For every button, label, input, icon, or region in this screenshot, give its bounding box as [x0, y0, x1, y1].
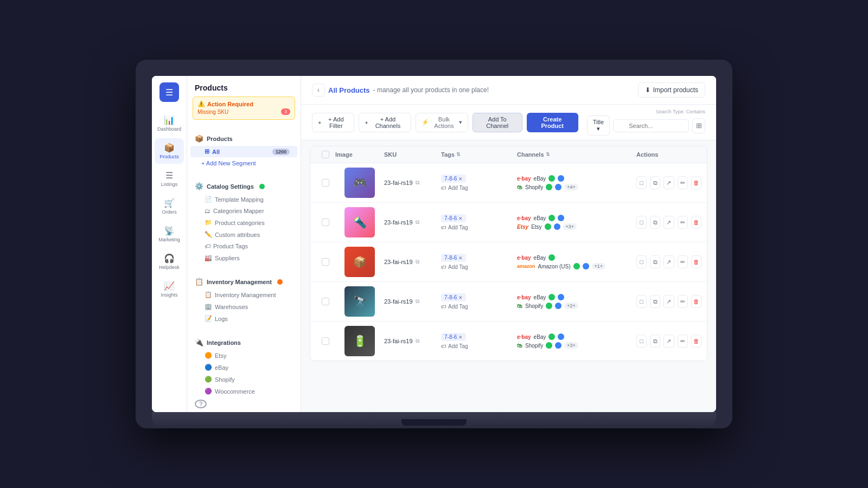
nav-item-all[interactable]: ⊞ All 1200 [190, 146, 297, 157]
add-tag-button[interactable]: 🏷 Add Tag [441, 224, 517, 230]
row-checkbox[interactable] [322, 258, 329, 266]
add-tag-button[interactable]: 🏷 Add Tag [441, 304, 517, 310]
tag-remove-icon[interactable]: ✕ [458, 335, 463, 340]
app-logo[interactable]: ☰ [159, 82, 179, 102]
nav-section-products-title[interactable]: 📦 Products [187, 132, 301, 145]
nav-item-logs[interactable]: 📝 Logs [190, 313, 297, 324]
channel-more-badge[interactable]: +1+ [592, 263, 606, 269]
delete-action-icon[interactable]: 🗑 [691, 255, 701, 268]
add-segment-btn[interactable]: + Add New Segment [187, 158, 301, 169]
help-button[interactable]: ? [195, 400, 207, 408]
sidebar-item-products[interactable]: 📦 Products [155, 138, 184, 164]
row-check-4[interactable] [316, 298, 335, 305]
view-action-icon[interactable]: □ [636, 216, 647, 229]
edit-action-icon[interactable]: ✏ [678, 216, 688, 229]
delete-action-icon[interactable]: 🗑 [691, 176, 701, 189]
grid-view-button[interactable]: ⊞ [692, 118, 705, 133]
row-checkbox[interactable] [322, 179, 329, 187]
export-action-icon[interactable]: ↗ [663, 216, 674, 229]
nav-item-ebay[interactable]: 🔵 eBay [190, 362, 297, 373]
select-all-checkbox[interactable] [322, 151, 329, 158]
delete-action-icon[interactable]: 🗑 [691, 295, 701, 308]
view-action-icon[interactable]: □ [636, 295, 647, 308]
copy-sku-icon[interactable]: ⧉ [416, 219, 419, 226]
nav-item-custom-attribs[interactable]: ✏️ Custom attribues [190, 229, 297, 240]
nav-item-warehouses[interactable]: 🏢 Warehouses [190, 301, 297, 312]
edit-action-icon[interactable]: ✏ [678, 176, 688, 189]
nav-item-suppliers[interactable]: 🏭 Suppliers [190, 252, 297, 264]
integrations-title[interactable]: 🔌 Integrations [187, 336, 301, 349]
import-products-button[interactable]: ⬇ Import products [638, 82, 705, 98]
header-check[interactable] [316, 151, 335, 158]
nav-item-woocommerce[interactable]: 🟣 Woocommerce [190, 386, 297, 397]
tag-remove-icon[interactable]: ✕ [458, 216, 463, 221]
nav-item-etsy[interactable]: 🟠 Etsy [190, 350, 297, 361]
row-checkbox[interactable] [322, 298, 329, 305]
nav-item-categories-mapper[interactable]: 🗂 Categories Mapper [190, 206, 297, 216]
duplicate-action-icon[interactable]: ⧉ [650, 176, 660, 189]
view-action-icon[interactable]: □ [636, 176, 647, 189]
channel-more-badge[interactable]: +3+ [563, 223, 577, 230]
nav-item-product-categories[interactable]: 📁 Product categories [190, 217, 297, 228]
channel-more-badge[interactable]: +2+ [564, 303, 578, 309]
export-action-icon[interactable]: ↗ [663, 176, 674, 189]
channel-more-badge[interactable]: +3+ [564, 342, 578, 349]
edit-action-icon[interactable]: ✏ [678, 255, 688, 268]
add-tag-button[interactable]: 🏷 Add Tag [441, 185, 517, 191]
row-check-2[interactable] [316, 219, 335, 226]
tag-remove-icon[interactable]: ✕ [458, 295, 463, 300]
channels-sort-icon: ⇅ [546, 152, 550, 157]
add-tag-button[interactable]: 🏷 Add Tag [441, 343, 517, 349]
copy-sku-icon[interactable]: ⧉ [416, 179, 419, 186]
duplicate-action-icon[interactable]: ⧉ [650, 216, 660, 229]
copy-sku-icon[interactable]: ⧉ [416, 259, 419, 265]
channel-more-badge[interactable]: +4+ [564, 184, 578, 190]
catalog-settings-title[interactable]: ⚙️ Catalog Settings [187, 179, 301, 193]
view-action-icon[interactable]: □ [636, 255, 647, 268]
export-action-icon[interactable]: ↗ [663, 295, 674, 308]
sidebar-item-marketing[interactable]: 📡 Marketing [155, 221, 184, 247]
nav-item-product-tags[interactable]: 🏷 Product Tags [190, 241, 297, 252]
sidebar-item-listings[interactable]: ☰ Listings [155, 166, 184, 191]
duplicate-action-icon[interactable]: ⧉ [650, 255, 660, 268]
export-action-icon[interactable]: ↗ [663, 255, 674, 268]
add-channels-button[interactable]: + + Add Channels [359, 113, 411, 132]
duplicate-action-icon[interactable]: ⧉ [650, 335, 660, 348]
edit-action-icon[interactable]: ✏ [678, 335, 688, 348]
row-checkbox[interactable] [322, 337, 329, 345]
alert-item-missing-sku[interactable]: Missing SKU 3 [197, 107, 290, 116]
copy-sku-icon[interactable]: ⧉ [416, 338, 419, 344]
row-check-5[interactable] [316, 337, 335, 345]
sidebar-item-orders[interactable]: 🛒 Orders [155, 194, 184, 219]
add-filter-button[interactable]: + + Add Filter [312, 113, 354, 132]
tag-remove-icon[interactable]: ✕ [458, 255, 463, 261]
sidebar-item-insights[interactable]: 📈 Insights [155, 277, 184, 302]
tag-remove-icon[interactable]: ✕ [458, 176, 463, 182]
row-check-3[interactable] [316, 258, 335, 266]
nav-item-inventory-mgmt[interactable]: 📋 Inventory Management [190, 289, 297, 300]
inventory-title[interactable]: 📋 Inventory Management [187, 275, 301, 288]
header-tags[interactable]: Tags ⇅ [441, 151, 517, 158]
edit-action-icon[interactable]: ✏ [678, 295, 688, 308]
back-button[interactable]: ‹ [312, 84, 325, 97]
create-product-button[interactable]: Create Product [527, 113, 578, 132]
export-action-icon[interactable]: ↗ [663, 335, 674, 348]
add-tag-button[interactable]: 🏷 Add Tag [441, 264, 517, 270]
view-action-icon[interactable]: □ [636, 335, 647, 348]
sidebar-item-dashboard[interactable]: 📊 Dashboard [155, 111, 184, 136]
nav-item-shopify[interactable]: 🟢 Shopify [190, 374, 297, 385]
row-checkbox[interactable] [322, 219, 329, 226]
delete-action-icon[interactable]: 🗑 [691, 216, 701, 229]
bulk-actions-button[interactable]: ⚡ Bulk Actions ▾ [416, 113, 468, 132]
ebay-logo: e·bay [517, 294, 531, 300]
search-type-dropdown[interactable]: Title ▾ [587, 115, 610, 136]
header-channels[interactable]: Channels ⇅ [517, 151, 636, 158]
delete-action-icon[interactable]: 🗑 [691, 335, 701, 348]
search-input[interactable] [613, 119, 689, 132]
duplicate-action-icon[interactable]: ⧉ [650, 295, 660, 308]
nav-item-template[interactable]: 📄 Template Mapping [190, 194, 297, 205]
add-to-channel-button[interactable]: Add To Channel [473, 113, 522, 132]
copy-sku-icon[interactable]: ⧉ [416, 298, 419, 305]
row-check-1[interactable] [316, 179, 335, 187]
sidebar-item-helpdesk[interactable]: 🎧 Helpdesk [155, 249, 184, 274]
